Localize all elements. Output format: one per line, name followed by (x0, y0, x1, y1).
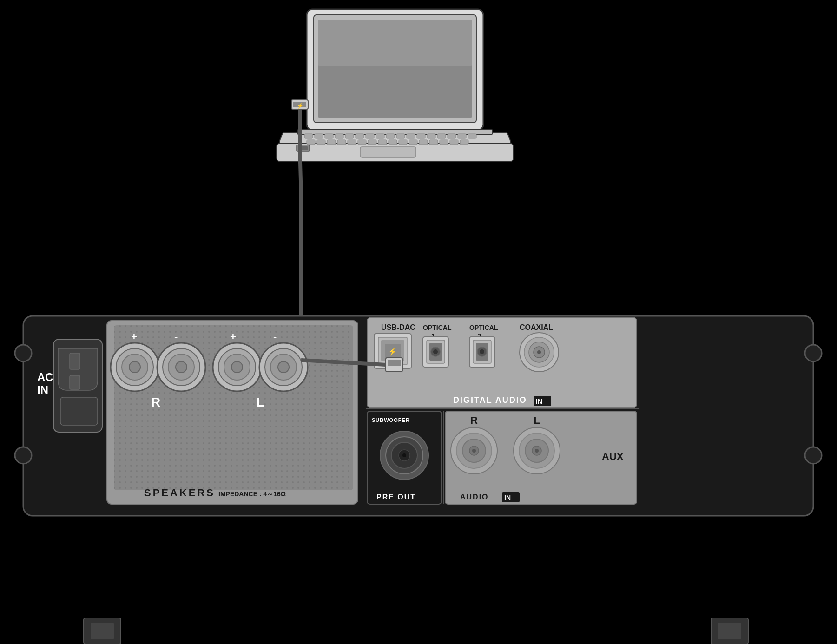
svg-rect-25 (317, 140, 325, 145)
svg-rect-13 (366, 134, 374, 138)
svg-rect-29 (358, 140, 366, 145)
svg-rect-34 (409, 140, 417, 145)
svg-point-68 (129, 361, 140, 373)
svg-point-53 (15, 345, 32, 361)
svg-rect-31 (378, 140, 387, 145)
digital-audio-label: DIGITAL AUDIO (453, 395, 527, 405)
svg-rect-8 (315, 134, 323, 138)
svg-rect-30 (368, 140, 376, 145)
svg-point-114 (472, 449, 476, 453)
aux-label: AUX (602, 451, 624, 462)
svg-text:⚡: ⚡ (297, 102, 303, 109)
svg-rect-32 (389, 140, 397, 145)
svg-point-54 (15, 447, 32, 464)
laptop-illustration (277, 9, 514, 162)
svg-rect-58 (70, 353, 80, 369)
svg-rect-20 (437, 134, 446, 138)
svg-rect-10 (335, 134, 343, 138)
optical2-label: OPTICAL (469, 324, 498, 331)
digital-audio-section: USB-DAC OPTICAL 1 OPTICAL 2 COAXIAL ⚡ (367, 317, 637, 408)
svg-rect-19 (427, 134, 435, 138)
ac-in-label2: IN (37, 384, 48, 396)
svg-point-119 (535, 449, 539, 453)
ac-in-label: AC (37, 371, 53, 383)
svg-rect-23 (468, 134, 476, 138)
svg-rect-124 (91, 623, 114, 639)
svg-rect-128 (388, 360, 401, 366)
svg-rect-11 (345, 134, 354, 138)
svg-rect-15 (386, 134, 395, 138)
speakers-section: + - + - R L (107, 321, 358, 504)
speaker-r-label: R (151, 395, 160, 409)
svg-rect-39 (460, 140, 468, 145)
main-diagram: ⚡ ⚡ AC IN (0, 0, 837, 644)
usb-dac-label: USB-DAC (381, 323, 415, 331)
speaker-minus1: - (174, 331, 178, 342)
audio-in-badge: IN (504, 494, 511, 501)
digital-audio-in-badge: IN (536, 398, 542, 405)
speaker-minus2: - (273, 331, 277, 342)
svg-point-91 (433, 349, 438, 354)
svg-rect-60 (60, 397, 98, 425)
svg-rect-7 (304, 134, 313, 138)
audio-in-section: R L AUX AUDIO IN (445, 411, 637, 504)
svg-rect-9 (325, 134, 333, 138)
svg-rect-40 (360, 147, 416, 157)
optical1-label: OPTICAL (423, 324, 452, 331)
speaker-plus2: + (230, 331, 236, 342)
svg-rect-18 (417, 134, 425, 138)
svg-rect-17 (407, 134, 415, 138)
svg-rect-24 (307, 140, 315, 145)
coaxial-label: COAXIAL (520, 323, 553, 331)
svg-rect-27 (337, 140, 346, 145)
svg-text:⚡: ⚡ (388, 347, 397, 356)
svg-point-56 (805, 447, 822, 464)
speaker-plus1: + (131, 331, 137, 342)
audio-in-label: AUDIO (460, 493, 489, 501)
svg-rect-16 (396, 134, 405, 138)
svg-rect-28 (348, 140, 356, 145)
svg-rect-33 (399, 140, 407, 145)
impedance-label: IMPEDANCE : 4～16Ω (218, 490, 286, 498)
svg-rect-38 (450, 140, 458, 145)
svg-rect-126 (718, 623, 741, 639)
amp-back-panel: AC IN + - + (15, 316, 822, 516)
svg-rect-36 (429, 140, 438, 145)
audio-r-label: R (470, 414, 478, 426)
svg-rect-37 (440, 140, 448, 145)
svg-rect-22 (458, 134, 466, 138)
audio-l-label: L (534, 414, 540, 426)
svg-rect-35 (419, 140, 428, 145)
subwoofer-label: SUBWOOFER (372, 417, 410, 423)
svg-point-76 (231, 361, 243, 373)
svg-rect-4 (318, 20, 472, 66)
preout-label: PRE OUT (376, 493, 416, 501)
svg-rect-59 (70, 375, 80, 389)
svg-point-96 (480, 349, 484, 354)
svg-point-80 (278, 361, 289, 373)
svg-rect-26 (327, 140, 336, 145)
speakers-label: SPEAKERS (144, 487, 215, 499)
preout-section: SUBWOOFER PRE OUT (367, 411, 442, 504)
svg-line-47 (300, 144, 301, 200)
svg-point-55 (805, 345, 822, 361)
svg-rect-14 (376, 134, 384, 138)
svg-point-108 (402, 453, 406, 457)
speaker-l-label: L (256, 395, 264, 409)
svg-rect-12 (356, 134, 364, 138)
svg-point-72 (176, 361, 187, 373)
svg-point-101 (537, 350, 541, 354)
svg-rect-21 (448, 134, 456, 138)
